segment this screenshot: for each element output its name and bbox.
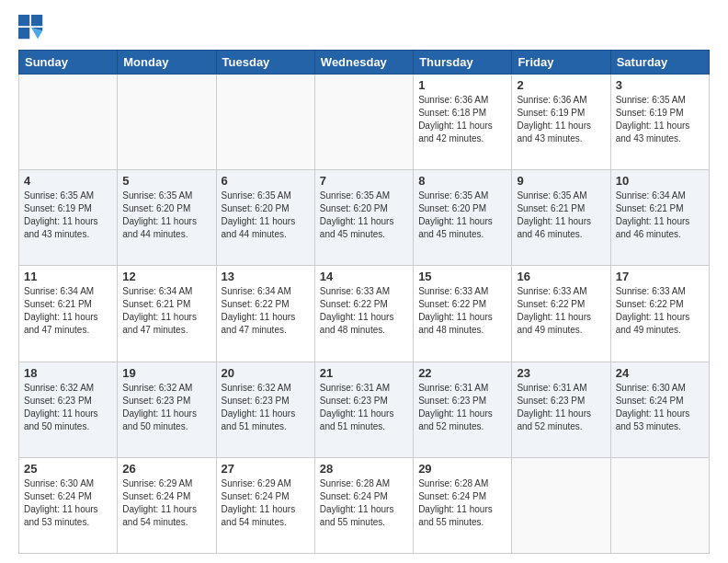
day-number: 4 bbox=[24, 174, 112, 188]
day-number: 13 bbox=[222, 270, 310, 283]
day-number: 6 bbox=[222, 174, 310, 188]
calendar-cell: 12Sunrise: 6:34 AM Sunset: 6:21 PM Dayli… bbox=[118, 266, 216, 362]
calendar-cell: 9Sunrise: 6:35 AM Sunset: 6:21 PM Daylig… bbox=[512, 170, 610, 266]
calendar-cell: 8Sunrise: 6:35 AM Sunset: 6:20 PM Daylig… bbox=[414, 170, 512, 266]
day-info: Sunrise: 6:32 AM Sunset: 6:23 PM Dayligh… bbox=[122, 382, 210, 433]
day-info: Sunrise: 6:33 AM Sunset: 6:22 PM Dayligh… bbox=[517, 285, 605, 337]
calendar-cell: 2Sunrise: 6:36 AM Sunset: 6:19 PM Daylig… bbox=[512, 75, 610, 170]
calendar-cell: 7Sunrise: 6:35 AM Sunset: 6:20 PM Daylig… bbox=[314, 170, 413, 266]
calendar-cell: 17Sunrise: 6:33 AM Sunset: 6:22 PM Dayli… bbox=[610, 266, 709, 362]
logo-icon bbox=[18, 15, 44, 40]
day-number: 8 bbox=[418, 174, 506, 188]
day-info: Sunrise: 6:35 AM Sunset: 6:19 PM Dayligh… bbox=[24, 190, 112, 241]
day-number: 28 bbox=[320, 462, 408, 476]
day-info: Sunrise: 6:35 AM Sunset: 6:20 PM Dayligh… bbox=[320, 190, 408, 241]
day-number: 27 bbox=[222, 462, 310, 476]
day-info: Sunrise: 6:33 AM Sunset: 6:22 PM Dayligh… bbox=[616, 285, 704, 337]
day-number: 18 bbox=[24, 366, 112, 380]
col-tuesday: Tuesday bbox=[216, 51, 314, 75]
day-info: Sunrise: 6:33 AM Sunset: 6:22 PM Dayligh… bbox=[320, 285, 408, 337]
calendar-week-2: 11Sunrise: 6:34 AM Sunset: 6:21 PM Dayli… bbox=[19, 266, 710, 362]
calendar-body: 1Sunrise: 6:36 AM Sunset: 6:18 PM Daylig… bbox=[19, 75, 710, 554]
calendar-header: Sunday Monday Tuesday Wednesday Thursday… bbox=[19, 51, 710, 75]
calendar-cell: 1Sunrise: 6:36 AM Sunset: 6:18 PM Daylig… bbox=[414, 75, 512, 170]
day-info: Sunrise: 6:28 AM Sunset: 6:24 PM Dayligh… bbox=[418, 477, 506, 529]
day-info: Sunrise: 6:29 AM Sunset: 6:24 PM Dayligh… bbox=[222, 477, 310, 529]
day-number: 1 bbox=[418, 78, 506, 92]
day-number: 2 bbox=[517, 78, 605, 92]
col-saturday: Saturday bbox=[610, 51, 709, 75]
calendar-cell bbox=[314, 75, 413, 170]
day-number: 5 bbox=[122, 174, 210, 188]
day-number: 22 bbox=[418, 366, 506, 380]
calendar-cell: 6Sunrise: 6:35 AM Sunset: 6:20 PM Daylig… bbox=[216, 170, 314, 266]
calendar-cell: 21Sunrise: 6:31 AM Sunset: 6:23 PM Dayli… bbox=[314, 362, 413, 457]
calendar-cell: 25Sunrise: 6:30 AM Sunset: 6:24 PM Dayli… bbox=[19, 457, 118, 553]
day-info: Sunrise: 6:31 AM Sunset: 6:23 PM Dayligh… bbox=[418, 382, 506, 433]
day-info: Sunrise: 6:35 AM Sunset: 6:19 PM Dayligh… bbox=[616, 94, 704, 145]
header bbox=[18, 15, 710, 40]
calendar-cell bbox=[19, 75, 118, 170]
logo bbox=[18, 15, 48, 40]
day-info: Sunrise: 6:32 AM Sunset: 6:23 PM Dayligh… bbox=[24, 382, 112, 433]
day-info: Sunrise: 6:33 AM Sunset: 6:22 PM Dayligh… bbox=[418, 285, 506, 337]
day-number: 23 bbox=[517, 366, 605, 380]
calendar-cell bbox=[216, 75, 314, 170]
calendar-cell: 18Sunrise: 6:32 AM Sunset: 6:23 PM Dayli… bbox=[19, 362, 118, 457]
calendar-week-1: 4Sunrise: 6:35 AM Sunset: 6:19 PM Daylig… bbox=[19, 170, 710, 266]
day-number: 20 bbox=[222, 366, 310, 380]
day-info: Sunrise: 6:30 AM Sunset: 6:24 PM Dayligh… bbox=[24, 477, 112, 529]
calendar-cell: 19Sunrise: 6:32 AM Sunset: 6:23 PM Dayli… bbox=[118, 362, 216, 457]
day-info: Sunrise: 6:35 AM Sunset: 6:20 PM Dayligh… bbox=[122, 190, 210, 241]
day-number: 19 bbox=[122, 366, 210, 380]
calendar-cell bbox=[610, 457, 709, 553]
calendar-cell bbox=[512, 457, 610, 553]
svg-rect-0 bbox=[18, 15, 29, 26]
day-info: Sunrise: 6:36 AM Sunset: 6:18 PM Dayligh… bbox=[418, 94, 506, 145]
day-info: Sunrise: 6:34 AM Sunset: 6:22 PM Dayligh… bbox=[222, 285, 310, 337]
calendar-cell: 15Sunrise: 6:33 AM Sunset: 6:22 PM Dayli… bbox=[414, 266, 512, 362]
day-info: Sunrise: 6:36 AM Sunset: 6:19 PM Dayligh… bbox=[517, 94, 605, 145]
calendar-cell: 20Sunrise: 6:32 AM Sunset: 6:23 PM Dayli… bbox=[216, 362, 314, 457]
day-number: 16 bbox=[517, 270, 605, 283]
day-info: Sunrise: 6:35 AM Sunset: 6:20 PM Dayligh… bbox=[418, 190, 506, 241]
day-info: Sunrise: 6:29 AM Sunset: 6:24 PM Dayligh… bbox=[122, 477, 210, 529]
calendar-cell: 5Sunrise: 6:35 AM Sunset: 6:20 PM Daylig… bbox=[118, 170, 216, 266]
calendar-cell bbox=[118, 75, 216, 170]
svg-rect-1 bbox=[18, 28, 29, 39]
calendar-week-4: 25Sunrise: 6:30 AM Sunset: 6:24 PM Dayli… bbox=[19, 457, 710, 553]
day-number: 15 bbox=[418, 270, 506, 283]
calendar-cell: 23Sunrise: 6:31 AM Sunset: 6:23 PM Dayli… bbox=[512, 362, 610, 457]
day-number: 14 bbox=[320, 270, 408, 283]
calendar-cell: 3Sunrise: 6:35 AM Sunset: 6:19 PM Daylig… bbox=[610, 75, 709, 170]
day-number: 29 bbox=[418, 462, 506, 476]
header-row: Sunday Monday Tuesday Wednesday Thursday… bbox=[19, 51, 710, 75]
day-number: 9 bbox=[517, 174, 605, 188]
day-number: 7 bbox=[320, 174, 408, 188]
day-info: Sunrise: 6:32 AM Sunset: 6:23 PM Dayligh… bbox=[222, 382, 310, 433]
day-info: Sunrise: 6:35 AM Sunset: 6:20 PM Dayligh… bbox=[222, 190, 310, 241]
calendar-cell: 27Sunrise: 6:29 AM Sunset: 6:24 PM Dayli… bbox=[216, 457, 314, 553]
svg-rect-2 bbox=[31, 15, 42, 26]
col-wednesday: Wednesday bbox=[314, 51, 413, 75]
day-number: 24 bbox=[616, 366, 704, 380]
page: Sunday Monday Tuesday Wednesday Thursday… bbox=[0, 0, 728, 563]
calendar-cell: 22Sunrise: 6:31 AM Sunset: 6:23 PM Dayli… bbox=[414, 362, 512, 457]
calendar-cell: 11Sunrise: 6:34 AM Sunset: 6:21 PM Dayli… bbox=[19, 266, 118, 362]
day-info: Sunrise: 6:34 AM Sunset: 6:21 PM Dayligh… bbox=[24, 285, 112, 337]
day-number: 25 bbox=[24, 462, 112, 476]
calendar-cell: 4Sunrise: 6:35 AM Sunset: 6:19 PM Daylig… bbox=[19, 170, 118, 266]
day-info: Sunrise: 6:31 AM Sunset: 6:23 PM Dayligh… bbox=[517, 382, 605, 433]
calendar-table: Sunday Monday Tuesday Wednesday Thursday… bbox=[18, 50, 710, 554]
col-friday: Friday bbox=[512, 51, 610, 75]
calendar-cell: 10Sunrise: 6:34 AM Sunset: 6:21 PM Dayli… bbox=[610, 170, 709, 266]
calendar-cell: 13Sunrise: 6:34 AM Sunset: 6:22 PM Dayli… bbox=[216, 266, 314, 362]
day-info: Sunrise: 6:34 AM Sunset: 6:21 PM Dayligh… bbox=[616, 190, 704, 241]
col-thursday: Thursday bbox=[414, 51, 512, 75]
calendar-cell: 24Sunrise: 6:30 AM Sunset: 6:24 PM Dayli… bbox=[610, 362, 709, 457]
calendar-cell: 16Sunrise: 6:33 AM Sunset: 6:22 PM Dayli… bbox=[512, 266, 610, 362]
calendar-week-3: 18Sunrise: 6:32 AM Sunset: 6:23 PM Dayli… bbox=[19, 362, 710, 457]
col-monday: Monday bbox=[118, 51, 216, 75]
day-info: Sunrise: 6:31 AM Sunset: 6:23 PM Dayligh… bbox=[320, 382, 408, 433]
calendar-cell: 28Sunrise: 6:28 AM Sunset: 6:24 PM Dayli… bbox=[314, 457, 413, 553]
